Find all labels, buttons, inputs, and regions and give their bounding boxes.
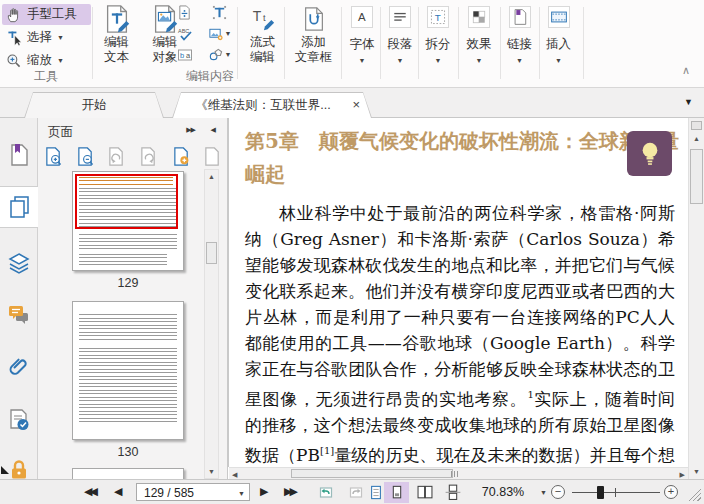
next-page-button[interactable]: ▶ [260, 485, 265, 498]
zoom-level-value[interactable]: 70.83% [474, 485, 532, 499]
collapse-ribbon-button[interactable]: ∧ [682, 64, 690, 77]
tab-document[interactable]: 《维基法则：互联世界... × [172, 92, 372, 118]
document-properties-button[interactable] [369, 485, 383, 500]
spell-check-button[interactable]: ABC [171, 24, 198, 43]
scroll-down-icon[interactable]: ▼ [205, 468, 218, 475]
page-thumbnail-131-partial[interactable] [72, 468, 184, 479]
rotate-left-button[interactable] [105, 145, 127, 167]
hand-tool-button[interactable]: 手型工具 [2, 4, 91, 25]
page-delete-icon [203, 147, 222, 166]
signatures-panel-button[interactable] [0, 399, 38, 441]
scroll-right-icon[interactable]: ▶ [680, 471, 685, 479]
reduce-thumbnails-button[interactable] [74, 145, 96, 167]
split-view-handle[interactable] [691, 121, 702, 130]
scroll-up-icon[interactable]: ▲ [693, 135, 700, 142]
first-page-button[interactable]: ◀◀ [84, 485, 95, 498]
flow-edit-button[interactable]: Tt 流式 编辑 [241, 3, 284, 67]
document-view[interactable]: 第5章 颠覆气候变化的破坏性潮流：全球新力量崛起 林业科学中处于最前沿的两位科学… [228, 118, 688, 467]
h-scrollbar-thumb[interactable] [291, 469, 453, 478]
edit-small-buttons-col1: ABC ba [171, 3, 198, 64]
window-resize-grip[interactable] [687, 488, 701, 501]
split-button[interactable]: T 拆分 ▼ [422, 3, 454, 83]
svg-text:T: T [435, 12, 441, 23]
rotate-right-button[interactable] [137, 145, 159, 167]
add-shape-button[interactable]: ▼ [206, 45, 233, 64]
facing-page-view-button[interactable] [412, 482, 437, 503]
svg-text:A: A [358, 11, 366, 23]
previous-view-button[interactable] [318, 484, 334, 500]
continuous-view-button[interactable] [440, 482, 465, 503]
page-add-icon [172, 147, 191, 166]
comments-panel-button[interactable] [0, 294, 38, 336]
thumbnails-scrollbar[interactable]: ▲ ▼ [204, 169, 219, 479]
scroll-left-icon[interactable]: ◀ [232, 471, 237, 479]
pages-panel-button[interactable] [0, 186, 38, 228]
page-number-box[interactable]: 129 / 585 ▼ [136, 483, 250, 501]
enlarge-thumbnails-button[interactable] [42, 145, 64, 167]
layers-panel-button[interactable] [0, 242, 38, 284]
article-box-label-line1: 添加 [301, 35, 326, 50]
panel-forward-icon[interactable]: ▶▶ [186, 126, 195, 134]
thumbnails-scrollbar-thumb[interactable] [206, 242, 217, 264]
attachments-panel-button[interactable] [0, 346, 38, 388]
ribbon-toolbar: 手型工具 选择 ▼ 缩放 ▼ 工具 编辑 文本 编辑 对象 ABC ba [0, 0, 704, 88]
next-view-button[interactable] [348, 484, 364, 500]
tab-list-button[interactable]: ▼ [684, 97, 693, 107]
zoom-slider-thumb[interactable] [597, 486, 604, 499]
insert-button[interactable]: 插入 ▼ [542, 3, 575, 83]
page-thumbnail-129[interactable] [72, 171, 184, 271]
svg-text:ABC: ABC [178, 27, 189, 33]
tab-start[interactable]: 开始 [24, 92, 164, 118]
edit-text-label-line2: 文本 [104, 50, 129, 65]
split-text-icon: T [429, 8, 447, 26]
zoom-out-button[interactable]: − [551, 485, 565, 499]
scroll-up-icon[interactable]: ▲ [205, 173, 218, 180]
page-thumbnail-130[interactable] [72, 301, 184, 440]
bookmarks-panel-button[interactable] [0, 134, 38, 176]
next-view-icon [348, 484, 364, 500]
rotate-page-left-icon [107, 147, 126, 166]
paragraph-button[interactable]: 段落 ▼ [384, 3, 416, 83]
dropdown-arrow-icon: ▼ [225, 30, 232, 37]
scroll-down-icon[interactable]: ▼ [693, 468, 700, 475]
flow-edit-icon: Tt [250, 6, 276, 32]
find-replace-button[interactable]: ba [171, 45, 198, 64]
add-text-button[interactable] [206, 3, 233, 22]
delete-page-button[interactable] [201, 145, 223, 167]
body-paragraph: 林业科学中处于最前沿的两位科学家，格雷格·阿斯纳（Greg Asner）和卡洛斯… [245, 200, 675, 467]
last-page-button[interactable]: ▶▶ [284, 485, 295, 498]
document-outline-icon [369, 485, 383, 500]
single-page-view-button[interactable] [384, 482, 409, 503]
zoom-in-button[interactable]: + [664, 485, 678, 499]
close-tab-icon[interactable]: × [352, 97, 360, 112]
hand-icon [6, 7, 22, 23]
previous-view-icon [318, 484, 334, 500]
edit-text-button[interactable]: 编辑 文本 [94, 3, 139, 67]
v-scrollbar-thumb[interactable] [690, 149, 703, 204]
add-article-box-button[interactable]: 添加 文章框 [287, 3, 340, 67]
previous-page-button[interactable]: ◀ [114, 485, 119, 498]
panel-expand-handle[interactable] [1, 466, 9, 474]
group-separator [341, 7, 342, 79]
tip-lightbulb-button[interactable] [627, 131, 672, 176]
effects-button[interactable]: 效果 ▼ [461, 3, 497, 83]
merge-split-text-button[interactable] [171, 3, 198, 22]
insert-page-button[interactable] [170, 145, 192, 167]
document-vertical-scrollbar[interactable]: ▲ ▼ [688, 118, 704, 479]
h-scrollbar-grip[interactable] [451, 471, 458, 477]
link-button[interactable]: 链接 ▼ [503, 3, 536, 83]
document-horizontal-scrollbar[interactable]: ◀ ▶ [229, 467, 688, 479]
panel-back-icon[interactable]: ◀ [211, 126, 215, 134]
current-view-rectangle[interactable] [75, 174, 178, 229]
group-separator [284, 7, 285, 79]
zoom-dropdown-icon[interactable]: ▼ [540, 489, 547, 496]
page-zoom-in-icon [44, 147, 63, 166]
dropdown-arrow-icon: ▼ [57, 34, 64, 41]
dropdown-arrow-icon: ▼ [435, 57, 442, 64]
pages-panel-title: 页面 [48, 124, 73, 141]
font-icon: A [353, 8, 371, 26]
select-tool-button[interactable]: 选择 ▼ [2, 27, 91, 48]
font-button[interactable]: A 字体 ▼ [346, 3, 378, 83]
zoom-slider-track[interactable] [572, 492, 660, 493]
add-image-button[interactable]: ▼ [206, 24, 233, 43]
